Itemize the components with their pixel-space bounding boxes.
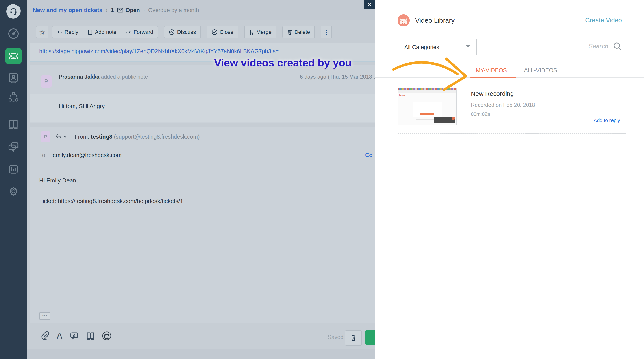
reply-type-toggle[interactable] <box>55 134 67 140</box>
dashboard-gauge-icon <box>8 28 19 40</box>
envelope-icon <box>117 8 123 13</box>
merge-button[interactable]: Merge <box>244 26 276 38</box>
video-play-link[interactable]: https://stage.hippowiz.com/video/play/1Z… <box>39 48 279 55</box>
more-actions-button[interactable]: ⋮ <box>321 26 332 38</box>
delete-label: Delete <box>294 29 310 35</box>
discuss-button[interactable]: Discuss <box>164 26 201 38</box>
from-line: From: testing8 (support@testing8.freshde… <box>75 134 200 140</box>
close-ticket-label: Close <box>220 29 234 35</box>
editor-icons: A <box>41 323 112 349</box>
chat-bubbles-icon <box>8 141 20 153</box>
forward-icon <box>126 29 131 35</box>
check-circle-icon <box>212 29 218 35</box>
discard-draft-button[interactable] <box>345 330 362 345</box>
delete-button[interactable]: Delete <box>282 26 315 38</box>
from-email: (support@testing8.freshdesk.com) <box>112 134 200 140</box>
reply-body-editor[interactable]: Hi Emily Dean, Ticket: https://testing8.… <box>39 172 183 209</box>
reply-label: Reply <box>64 29 78 35</box>
close-ticket-button[interactable]: Close <box>207 26 238 38</box>
divider <box>70 132 70 143</box>
caret-down-icon <box>466 45 470 48</box>
create-video-link[interactable]: Create Video <box>585 17 622 24</box>
to-recipient[interactable]: emily.dean@freshdesk.com <box>53 152 122 158</box>
ticket-icon <box>8 52 18 60</box>
community-icon <box>8 91 19 103</box>
category-dropdown[interactable]: All Categories <box>398 39 477 56</box>
star-button[interactable]: ☆ <box>36 26 48 38</box>
solution-article-icon[interactable] <box>86 331 95 340</box>
active-tab-underline <box>470 77 516 78</box>
reply-avatar: P <box>40 131 50 143</box>
reply-greeting: Hi Emily Dean, <box>39 172 183 189</box>
panel-title: Video Library <box>415 17 454 24</box>
note-icon <box>88 29 92 35</box>
sidebar-item-admin[interactable] <box>0 186 27 197</box>
gear-icon <box>8 186 19 197</box>
note-action: added a public note <box>99 74 148 80</box>
hippo-video-icon[interactable] <box>102 331 112 340</box>
close-panel-button[interactable]: ✕ <box>364 0 375 10</box>
search <box>579 42 622 51</box>
search-icon[interactable] <box>613 42 622 51</box>
note-author[interactable]: Prasanna Jakka <box>59 74 99 80</box>
contacts-icon <box>8 72 19 84</box>
sidebar-item-reports[interactable] <box>0 163 27 175</box>
note-header: Prasanna Jakka added a public note <box>59 74 148 80</box>
merge-icon <box>249 29 254 35</box>
annotation-text: View videos created by you <box>214 57 352 69</box>
tab-my-videos[interactable]: MY-VIDEOS <box>476 67 507 74</box>
sidebar-item-forums[interactable] <box>0 141 27 153</box>
reply-ticket-line: Ticket: https://testing8.freshdesk.com/h… <box>39 193 183 209</box>
sidebar-item-solutions[interactable] <box>0 119 27 131</box>
add-note-label: Add note <box>95 29 116 35</box>
reply-button[interactable]: Reply <box>52 26 83 38</box>
text-format-icon[interactable]: A <box>56 331 62 341</box>
video-title: New Recording <box>471 90 514 97</box>
reports-icon <box>8 163 19 175</box>
breadcrumb-dot: · <box>143 7 145 14</box>
forward-label: Forward <box>134 29 153 35</box>
ticket-toolbar: ☆ Reply Add note Forward Discuss <box>36 26 332 38</box>
sidebar-item-dashboard[interactable] <box>0 28 27 40</box>
note-avatar: P <box>40 75 52 88</box>
ticket-id: 1 <box>110 7 114 14</box>
forward-button[interactable]: Forward <box>121 26 158 38</box>
ticket-status: Open <box>117 7 140 14</box>
app-root: New and my open tickets › 1 Open · Overd… <box>0 0 644 359</box>
hippo-logo-icon <box>398 14 410 27</box>
trash-icon <box>350 334 356 341</box>
from-label: From: <box>75 134 91 140</box>
quoted-text-expander[interactable]: ••• <box>39 312 50 320</box>
sidebar-item-tickets-active[interactable] <box>6 48 22 64</box>
discuss-icon <box>169 29 175 35</box>
sidebar-item-contacts[interactable] <box>0 72 27 84</box>
video-library-header: Video Library <box>398 14 454 27</box>
autosave-status: Saved <box>328 334 344 340</box>
star-icon: ☆ <box>39 28 45 36</box>
search-input[interactable] <box>579 43 609 50</box>
add-note-button[interactable]: Add note <box>83 26 121 38</box>
cc-link[interactable]: Cc <box>365 152 372 158</box>
reply-button-group: Reply Add note Forward <box>52 26 158 38</box>
trash-icon <box>287 29 292 35</box>
note-text: Hi tom, Still Angry <box>59 103 105 110</box>
freshdesk-logo[interactable] <box>6 4 21 19</box>
breadcrumb-ticket-filter-link[interactable]: New and my open tickets <box>33 7 102 14</box>
reply-arrow-icon <box>55 134 62 140</box>
add-to-reply-link[interactable]: Add to reply <box>594 118 620 123</box>
tab-all-videos[interactable]: ALL-VIDEOS <box>524 67 557 74</box>
reply-icon <box>57 29 62 35</box>
from-name: testing8 <box>91 134 112 140</box>
chevron-down-icon <box>64 135 67 138</box>
attach-icon[interactable] <box>41 331 49 340</box>
breadcrumb-separator: › <box>106 7 108 14</box>
sidebar-item-community[interactable] <box>0 91 27 103</box>
annotation-arrow <box>390 56 471 96</box>
video-duration: 00m:02s <box>471 111 490 117</box>
to-label: To: <box>39 152 47 158</box>
item-separator <box>398 133 626 134</box>
kebab-icon: ⋮ <box>323 29 329 36</box>
divider <box>398 30 638 30</box>
overdue-label: Overdue by a month <box>148 7 199 14</box>
canned-response-icon[interactable] <box>70 331 79 340</box>
